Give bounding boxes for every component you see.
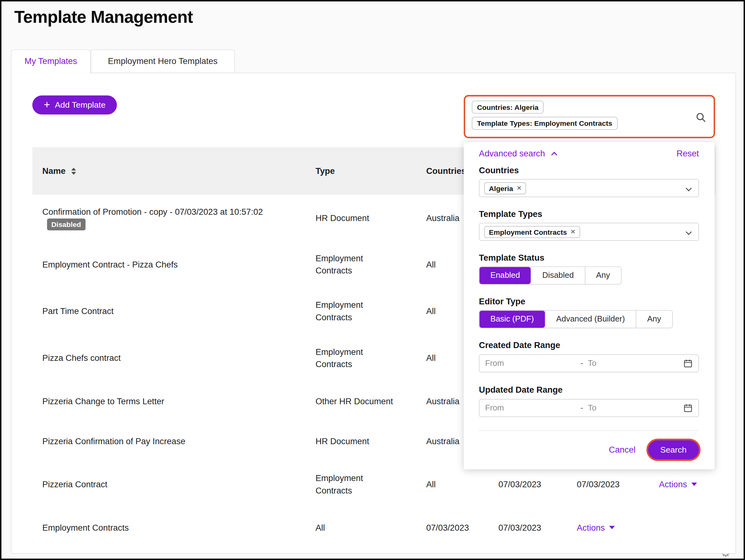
cell-text: Employment Contracts [315, 345, 397, 370]
updated-date-range-label: Updated Date Range [479, 385, 699, 395]
status-option-disabled[interactable]: Disabled [531, 267, 584, 284]
actions-label: Actions [659, 478, 687, 491]
cell-text: Pizzeria Contract [42, 480, 107, 489]
chevron-down-icon [687, 184, 691, 192]
cell-text: HR Document [315, 212, 369, 224]
cell-text: Part Time Contract [42, 306, 114, 316]
template-types-label: Template Types [479, 209, 699, 220]
updated-from-placeholder[interactable]: From [485, 403, 576, 413]
template-name-cell: Confirmation of Promotion - copy - 07/03… [32, 206, 315, 230]
page-title: Template Management [14, 7, 193, 27]
remove-template-type-icon[interactable]: × [571, 228, 575, 235]
sort-up-icon [71, 167, 76, 170]
countries-label: Countries [479, 166, 699, 176]
sort-icon[interactable] [71, 167, 76, 174]
cell-text: 07/03/2023 [498, 523, 541, 532]
cell-text: Employment Contracts [315, 252, 397, 277]
cell-text: Pizzeria Change to Terms Letter [42, 396, 164, 406]
template-name-cell: Pizzeria Change to Terms Letter [32, 395, 315, 408]
plus-icon: + [44, 99, 50, 110]
selected-country-chip: Algeria × [484, 182, 526, 194]
cell-text: HR Document [315, 435, 369, 447]
calendar-icon[interactable] [683, 359, 692, 368]
updated-to-placeholder[interactable]: To [588, 403, 679, 413]
table-cell: 07/03/2023 [498, 478, 577, 491]
advanced-search-label: Advanced search [479, 149, 545, 158]
column-header-name[interactable]: Name [32, 166, 315, 176]
template-status-label: Template Status [479, 253, 699, 263]
cancel-button[interactable]: Cancel [609, 445, 636, 455]
cell-text: All [426, 480, 435, 489]
template-types-select[interactable]: Employment Contracts × [479, 223, 699, 241]
status-badge: Disabled [47, 219, 86, 230]
template-management-page: Template Management My Templates Employm… [0, 0, 745, 560]
template-name-cell: Part Time Contract [32, 305, 315, 318]
search-button[interactable]: Search [648, 440, 699, 460]
table-cell: All [315, 522, 426, 534]
created-from-placeholder[interactable]: From [485, 359, 576, 368]
calendar-icon[interactable] [683, 403, 692, 413]
cell-text: Australia [426, 213, 460, 223]
template-name-cell: Employment Contracts [32, 522, 315, 534]
editor-type-label: Editor Type [479, 297, 699, 307]
filter-chip[interactable]: Countries: Algeria [472, 101, 544, 113]
table-cell: Employment Contracts [315, 472, 426, 497]
cell-text: Employment Contracts [315, 472, 397, 497]
table-cell: Employment Contracts [315, 252, 426, 277]
cell-text: All [426, 353, 435, 363]
status-option-enabled[interactable]: Enabled [479, 267, 531, 284]
cell-text: 07/03/2023 [426, 523, 469, 532]
actions-menu[interactable]: Actions [577, 522, 659, 534]
add-template-button[interactable]: + Add Template [32, 96, 117, 114]
table-cell: 07/03/2023 [426, 522, 498, 534]
editor-option-basic-pdf[interactable]: Basic (PDF) [479, 310, 545, 328]
date-range-separator: - [580, 403, 583, 413]
panel-footer: Cancel Search [479, 440, 699, 460]
selected-country-label: Algeria [489, 184, 513, 192]
template-name-cell: Pizzeria Confirmation of Pay Increase [32, 435, 315, 447]
table-cell: Employment Contracts [315, 345, 426, 370]
remove-country-icon[interactable]: × [517, 184, 521, 192]
cell-text: Employment Contracts [42, 523, 129, 532]
caret-down-icon [691, 483, 697, 486]
filter-chip[interactable]: Template Types: Employment Contracts [472, 117, 617, 130]
tab-my-templates[interactable]: My Templates [11, 49, 91, 73]
tab-employment-hero-templates[interactable]: Employment Hero Templates [91, 49, 235, 73]
created-to-placeholder[interactable]: To [588, 359, 679, 368]
editor-type-group: Basic (PDF) Advanced (Builder) Any [479, 310, 699, 328]
table-cell: Employment Contracts [315, 299, 426, 324]
search-filter-box[interactable]: Countries: AlgeriaTemplate Types: Employ… [464, 95, 715, 138]
updated-date-range-input[interactable]: From - To [479, 399, 699, 417]
chevron-up-icon [551, 152, 557, 158]
panel-header: Advanced search Reset [479, 149, 699, 159]
cell-text: Australia [426, 436, 460, 446]
cell-text: All [315, 522, 325, 534]
cell-text: Other HR Document [315, 395, 393, 408]
table-row: Employment ContractsAll07/03/202307/03/2… [32, 508, 715, 548]
cell-text: Pizza Chefs contract [42, 353, 121, 363]
template-status-group: Enabled Disabled Any [479, 267, 699, 285]
editor-option-advanced-builder[interactable]: Advanced (Builder) [545, 310, 636, 328]
status-option-any[interactable]: Any [585, 267, 621, 284]
cell-text: Employment Contracts [315, 299, 397, 324]
search-icon[interactable] [695, 112, 707, 123]
cell-text: All [426, 260, 435, 269]
add-template-label: Add Template [55, 100, 105, 110]
editor-option-any[interactable]: Any [636, 310, 672, 328]
reset-link[interactable]: Reset [677, 149, 699, 159]
cell-text: Australia [426, 396, 460, 406]
sort-down-icon [71, 172, 76, 174]
active-filter-chips: Countries: AlgeriaTemplate Types: Employ… [472, 101, 707, 130]
created-date-range-input[interactable]: From - To [479, 354, 699, 372]
actions-menu[interactable]: Actions [659, 478, 716, 491]
cell-text: Pizzeria Confirmation of Pay Increase [42, 436, 185, 446]
date-range-separator: - [580, 359, 583, 368]
created-date-range-label: Created Date Range [479, 340, 699, 351]
table-cell: HR Document [315, 435, 426, 447]
countries-select[interactable]: Algeria × [479, 179, 699, 197]
table-cell: Other HR Document [315, 395, 426, 408]
selected-template-type-chip: Employment Contracts × [484, 226, 580, 238]
cell-text: Confirmation of Promotion - copy - 07/03… [42, 207, 263, 216]
advanced-search-toggle[interactable]: Advanced search [479, 149, 556, 159]
caret-down-icon [609, 526, 615, 529]
